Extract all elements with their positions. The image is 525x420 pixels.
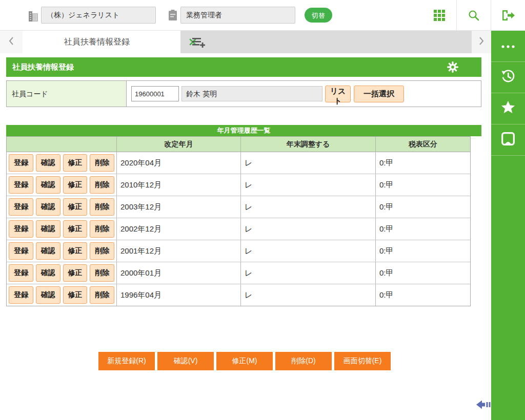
sidebar-item-notes[interactable] bbox=[491, 124, 525, 156]
revision-month-cell: 2003年12月 bbox=[117, 196, 241, 218]
table-row: 登録 確認 修正 削除 2000年01月 レ 0:甲 bbox=[7, 262, 470, 284]
tab-active[interactable]: 社員扶養情報登録 bbox=[23, 31, 180, 53]
tax-table-class-cell: 0:甲 bbox=[376, 240, 470, 262]
list-button[interactable]: リスト bbox=[325, 86, 351, 102]
row-modify-button[interactable]: 修正 bbox=[63, 220, 88, 238]
table-row: 登録 確認 修正 削除 1996年04月 レ 0:甲 bbox=[7, 284, 470, 306]
row-modify-button[interactable]: 修正 bbox=[63, 242, 88, 260]
row-register-button[interactable]: 登録 bbox=[9, 198, 33, 216]
tab-bar: 社員扶養情報登録 bbox=[0, 31, 491, 53]
clipboard-icon bbox=[167, 9, 178, 22]
confirm-button[interactable]: 確認(V) bbox=[157, 352, 214, 370]
row-modify-button[interactable]: 修正 bbox=[63, 176, 88, 194]
row-confirm-button[interactable]: 確認 bbox=[36, 242, 60, 260]
grid-icon[interactable] bbox=[433, 9, 446, 22]
tax-table-class-cell: 0:甲 bbox=[376, 218, 470, 240]
row-delete-button[interactable]: 削除 bbox=[90, 286, 114, 304]
note-icon bbox=[500, 131, 516, 149]
new-register-button[interactable]: 新規登録(R) bbox=[98, 352, 155, 370]
revision-month-cell: 2020年04月 bbox=[117, 152, 241, 174]
row-confirm-button[interactable]: 確認 bbox=[36, 220, 60, 238]
bulk-select-button[interactable]: 一括選択 bbox=[354, 86, 404, 102]
company-input[interactable]: （株）ジェネラリスト bbox=[41, 7, 156, 24]
row-modify-button[interactable]: 修正 bbox=[63, 198, 88, 216]
year-end-adjustment-cell: レ bbox=[241, 284, 376, 306]
chevron-left-icon bbox=[8, 36, 14, 48]
sidebar-item-favorites[interactable] bbox=[491, 93, 525, 124]
sidebar-item-more[interactable] bbox=[491, 31, 525, 62]
row-modify-button[interactable]: 修正 bbox=[63, 154, 88, 172]
history-table: 改定年月 年末調整する 税表区分 登録 確認 修正 削除 2020年04月 レ … bbox=[6, 136, 471, 306]
table-row: 登録 確認 修正 削除 2010年12月 レ 0:甲 bbox=[7, 174, 470, 196]
year-end-adjustment-cell: レ bbox=[241, 218, 376, 240]
year-end-adjustment-cell: レ bbox=[241, 240, 376, 262]
employee-code-form: 社員コード 鈴木 英明 リスト 一括選択 bbox=[6, 80, 481, 107]
right-sidebar bbox=[491, 31, 525, 420]
revision-month-cell: 2010年12月 bbox=[117, 174, 241, 196]
tax-table-class-cell: 0:甲 bbox=[376, 284, 470, 306]
page-title-bar: 社員扶養情報登録 bbox=[6, 57, 481, 77]
gear-icon[interactable] bbox=[446, 60, 459, 74]
row-delete-button[interactable]: 削除 bbox=[90, 242, 114, 260]
table-row: 登録 確認 修正 削除 2003年12月 レ 0:甲 bbox=[7, 196, 470, 218]
search-icon[interactable] bbox=[468, 9, 480, 22]
row-register-button[interactable]: 登録 bbox=[9, 264, 33, 282]
row-register-button[interactable]: 登録 bbox=[9, 154, 33, 172]
top-header: （株）ジェネラリスト 業務管理者 切替 bbox=[0, 0, 525, 31]
row-delete-button[interactable]: 削除 bbox=[90, 220, 114, 238]
revision-month-cell: 1996年04月 bbox=[117, 284, 241, 306]
header-year-end-adjustment: 年末調整する bbox=[241, 137, 376, 152]
row-modify-button[interactable]: 修正 bbox=[63, 286, 88, 304]
employee-code-input[interactable] bbox=[131, 86, 179, 101]
footer-button-bar: 新規登録(R) 確認(V) 修正(M) 削除(D) 画面切替(E) bbox=[98, 352, 391, 370]
tax-table-class-cell: 0:甲 bbox=[376, 196, 470, 218]
row-register-button[interactable]: 登録 bbox=[9, 176, 33, 194]
logout-icon[interactable] bbox=[501, 9, 515, 22]
tax-table-class-cell: 0:甲 bbox=[376, 174, 470, 196]
table-header-row: 改定年月 年末調整する 税表区分 bbox=[7, 137, 470, 152]
row-confirm-button[interactable]: 確認 bbox=[36, 154, 60, 172]
tab-scroll-right[interactable] bbox=[472, 31, 491, 53]
screen-switch-button[interactable]: 画面切替(E) bbox=[334, 352, 391, 370]
row-confirm-button[interactable]: 確認 bbox=[36, 286, 60, 304]
revision-month-cell: 2002年12月 bbox=[117, 218, 241, 240]
row-delete-button[interactable]: 削除 bbox=[90, 198, 114, 216]
tab-label: 社員扶養情報登録 bbox=[23, 31, 171, 53]
employee-name-field: 鈴木 英明 bbox=[181, 86, 322, 101]
revision-month-cell: 2000年01月 bbox=[117, 262, 241, 284]
row-confirm-button[interactable]: 確認 bbox=[36, 176, 60, 194]
role-input[interactable]: 業務管理者 bbox=[180, 7, 295, 24]
header-tax-table-class: 税表区分 bbox=[376, 137, 470, 152]
building-icon bbox=[27, 10, 40, 23]
ellipsis-icon bbox=[501, 41, 515, 51]
tab-scroll-left[interactable] bbox=[0, 31, 23, 53]
row-confirm-button[interactable]: 確認 bbox=[36, 198, 60, 216]
row-delete-button[interactable]: 削除 bbox=[90, 154, 114, 172]
year-end-adjustment-cell: レ bbox=[241, 174, 376, 196]
row-delete-button[interactable]: 削除 bbox=[90, 176, 114, 194]
year-end-adjustment-cell: レ bbox=[241, 196, 376, 218]
collapse-panel-icon[interactable] bbox=[476, 398, 491, 411]
revision-month-cell: 2001年12月 bbox=[117, 240, 241, 262]
header-divider bbox=[491, 0, 491, 30]
table-row: 登録 確認 修正 削除 2020年04月 レ 0:甲 bbox=[7, 152, 470, 174]
row-delete-button[interactable]: 削除 bbox=[90, 264, 114, 282]
add-tab-icon[interactable] bbox=[191, 36, 208, 49]
header-divider bbox=[456, 0, 457, 30]
row-register-button[interactable]: 登録 bbox=[9, 286, 33, 304]
tax-table-class-cell: 0:甲 bbox=[376, 152, 470, 174]
row-confirm-button[interactable]: 確認 bbox=[36, 264, 60, 282]
year-end-adjustment-cell: レ bbox=[241, 262, 376, 284]
modify-button[interactable]: 修正(M) bbox=[216, 352, 273, 370]
page-title: 社員扶養情報登録 bbox=[12, 57, 74, 77]
history-icon bbox=[500, 68, 516, 87]
sidebar-item-history[interactable] bbox=[491, 62, 525, 93]
row-modify-button[interactable]: 修正 bbox=[63, 264, 88, 282]
delete-button[interactable]: 削除(D) bbox=[275, 352, 332, 370]
row-register-button[interactable]: 登録 bbox=[9, 220, 33, 238]
header-revision-month: 改定年月 bbox=[117, 137, 241, 152]
row-register-button[interactable]: 登録 bbox=[9, 242, 33, 260]
year-end-adjustment-cell: レ bbox=[241, 152, 376, 174]
employee-code-label: 社員コード bbox=[7, 81, 127, 107]
switch-button[interactable]: 切替 bbox=[305, 8, 332, 23]
